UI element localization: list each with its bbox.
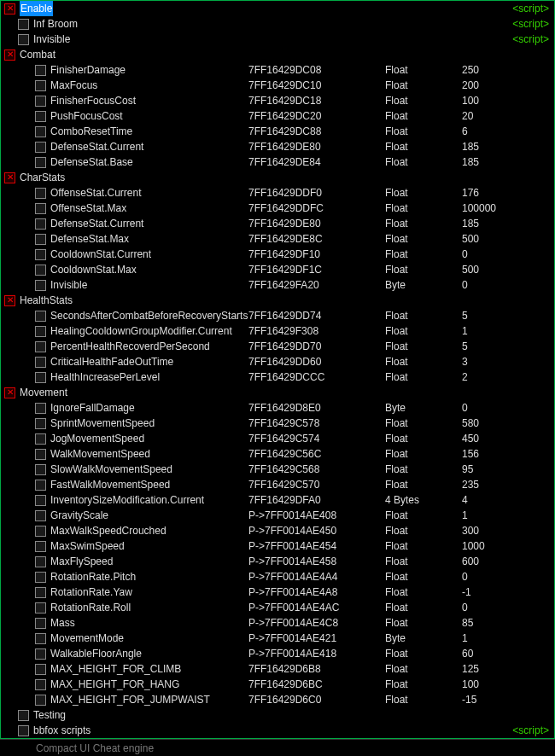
entry-address[interactable]: 7FF16429DC88 <box>248 124 321 139</box>
entry-value[interactable]: 185 <box>462 139 479 154</box>
entry-address[interactable]: 7FF16429DE84 <box>248 154 321 170</box>
entry-description[interactable]: MAX_HEIGHT_FOR_CLIMB <box>50 661 181 677</box>
entry-type[interactable]: Float <box>385 216 408 231</box>
entry-value[interactable]: 100000 <box>462 201 496 216</box>
checkbox-active-icon[interactable] <box>4 49 15 61</box>
entry-address[interactable]: 7FF16429C574 <box>248 431 319 446</box>
entry-description[interactable]: MaxFlySpeed <box>50 554 113 569</box>
checkbox-icon[interactable] <box>35 326 46 337</box>
entry-address[interactable]: 7FF16429DC08 <box>248 62 321 78</box>
entry-type[interactable]: Float <box>385 62 408 78</box>
checkbox-icon[interactable] <box>35 80 46 91</box>
entry-description[interactable]: Movement <box>20 385 67 400</box>
entry-value[interactable]: 125 <box>462 661 479 677</box>
entry-value[interactable]: 176 <box>462 185 479 201</box>
checkbox-icon[interactable] <box>35 556 46 567</box>
entry-address[interactable]: 7FF16429FA20 <box>248 277 319 293</box>
entry-address[interactable]: 7FF16429C578 <box>248 416 319 431</box>
entry-address[interactable]: 7FF16429DE8C <box>248 231 323 247</box>
entry-value[interactable]: 3 <box>462 354 468 369</box>
table-row[interactable]: RotationRate.YawP->7FF0014AE4A8Float-1 <box>1 584 554 600</box>
entry-address[interactable]: 7FF16429DE80 <box>248 139 321 154</box>
entry-type[interactable]: Float <box>385 78 408 93</box>
entry-address[interactable]: P->7FF0014AE4A8 <box>248 584 337 600</box>
checkbox-icon[interactable] <box>35 280 46 291</box>
checkbox-icon[interactable] <box>35 203 46 214</box>
table-row[interactable]: ComboResetTime7FF16429DC88Float6 <box>1 124 554 139</box>
table-row[interactable]: Testing <box>1 707 554 723</box>
entry-type[interactable]: Float <box>385 93 408 108</box>
checkbox-icon[interactable] <box>35 664 46 675</box>
entry-value[interactable]: 100 <box>462 677 479 692</box>
table-row[interactable]: MassP->7FF0014AE4C8Float85 <box>1 615 554 631</box>
table-row[interactable]: MaxFocus7FF16429DC10Float200 <box>1 78 554 93</box>
entry-value[interactable]: 20 <box>462 108 473 124</box>
entry-address[interactable]: P->7FF0014AE4C8 <box>248 615 338 631</box>
checkbox-active-icon[interactable] <box>4 3 15 15</box>
table-row[interactable]: DefenseStat.Max7FF16429DE8CFloat500 <box>1 231 554 247</box>
table-row[interactable]: CooldownStat.Current7FF16429DF10Float0 <box>1 247 554 262</box>
entry-description[interactable]: FastWalkMovementSpeed <box>50 477 170 492</box>
entry-value[interactable]: 580 <box>462 416 479 431</box>
entry-address[interactable]: 7FF16429D6C0 <box>248 692 321 707</box>
checkbox-icon[interactable] <box>35 633 46 644</box>
entry-description[interactable]: CooldownStat.Max <box>50 262 137 277</box>
entry-type[interactable]: 4 Bytes <box>385 492 419 508</box>
table-row[interactable]: HealingCooldownGroupModifier.Current7FF1… <box>1 323 554 339</box>
entry-value[interactable]: 185 <box>462 154 479 170</box>
entry-description[interactable]: MaxFocus <box>50 78 97 93</box>
table-row[interactable]: FinisherDamage7FF16429DC08Float250 <box>1 62 554 78</box>
checkbox-icon[interactable] <box>35 648 46 660</box>
entry-description[interactable]: CooldownStat.Current <box>50 247 151 262</box>
entry-value[interactable]: 300 <box>462 523 479 538</box>
entry-value[interactable]: 450 <box>462 431 479 446</box>
entry-description[interactable]: JogMovementSpeed <box>50 431 144 446</box>
entry-type[interactable]: Float <box>385 185 408 201</box>
checkbox-active-icon[interactable] <box>4 172 15 183</box>
entry-description[interactable]: OffenseStat.Current <box>50 185 142 201</box>
entry-value[interactable]: -15 <box>462 692 476 707</box>
entry-description[interactable]: InventorySizeModification.Current <box>50 492 204 508</box>
checkbox-icon[interactable] <box>35 372 46 383</box>
entry-description[interactable]: WalkMovementSpeed <box>50 446 150 462</box>
entry-address[interactable]: 7FF16429DF10 <box>248 247 320 262</box>
table-row[interactable]: JogMovementSpeed7FF16429C574Float450 <box>1 431 554 446</box>
entry-type[interactable]: Float <box>385 108 408 124</box>
table-row[interactable]: DefenseStat.Base7FF16429DE84Float185 <box>1 154 554 170</box>
table-row[interactable]: OffenseStat.Current7FF16429DDF0Float176 <box>1 185 554 201</box>
entry-description[interactable]: MaxSwimSpeed <box>50 538 125 554</box>
checkbox-icon[interactable] <box>35 602 46 614</box>
table-row[interactable]: IgnoreFallDamage7FF16429D8E0Byte0 <box>1 400 554 416</box>
entry-description[interactable]: MAX_HEIGHT_FOR_HANG <box>50 677 179 692</box>
entry-type[interactable]: Float <box>385 247 408 262</box>
entry-address[interactable]: 7FF16429C56C <box>248 446 321 462</box>
entry-address[interactable]: 7FF16429DC18 <box>248 93 321 108</box>
checkbox-icon[interactable] <box>35 526 46 537</box>
table-row[interactable]: MAX_HEIGHT_FOR_HANG7FF16429D6BCFloat100 <box>1 677 554 692</box>
entry-type[interactable]: Float <box>385 600 408 615</box>
entry-value[interactable]: 185 <box>462 216 479 231</box>
checkbox-icon[interactable] <box>35 449 46 460</box>
checkbox-icon[interactable] <box>35 357 46 368</box>
entry-type[interactable]: Float <box>385 538 408 554</box>
table-row[interactable]: MaxFlySpeedP->7FF0014AE458Float600 <box>1 554 554 569</box>
entry-value[interactable]: 235 <box>462 477 479 492</box>
entry-type[interactable]: Float <box>385 262 408 277</box>
entry-value[interactable]: 1 <box>462 323 468 339</box>
checkbox-icon[interactable] <box>35 111 46 122</box>
entry-type[interactable]: Float <box>385 462 408 477</box>
table-row[interactable]: SprintMovementSpeed7FF16429C578Float580 <box>1 416 554 431</box>
table-row[interactable]: MAX_HEIGHT_FOR_JUMPWAIST7FF16429D6C0Floa… <box>1 692 554 707</box>
entry-address[interactable]: 7FF16429DD74 <box>248 308 321 323</box>
entry-type[interactable]: Float <box>385 308 408 323</box>
entry-description[interactable]: PushFocusCost <box>50 108 123 124</box>
entry-address[interactable]: 7FF16429F308 <box>248 323 318 339</box>
entry-value[interactable]: 4 <box>462 492 468 508</box>
table-row[interactable]: SlowWalkMovementSpeed7FF16429C568Float95 <box>1 462 554 477</box>
table-row[interactable]: MAX_HEIGHT_FOR_CLIMB7FF16429D6B8Float125 <box>1 661 554 677</box>
entry-description[interactable]: Combat <box>20 47 56 62</box>
entry-description[interactable]: Invisible <box>50 277 87 293</box>
checkbox-icon[interactable] <box>35 587 46 598</box>
table-row[interactable]: FastWalkMovementSpeed7FF16429C570Float23… <box>1 477 554 492</box>
checkbox-icon[interactable] <box>18 19 29 30</box>
